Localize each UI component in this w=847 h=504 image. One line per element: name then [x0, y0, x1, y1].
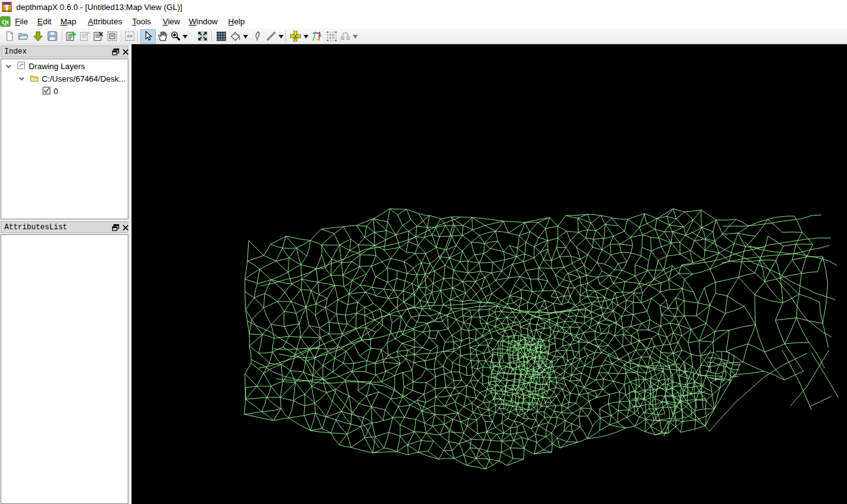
svg-text:Qt: Qt [2, 19, 9, 26]
